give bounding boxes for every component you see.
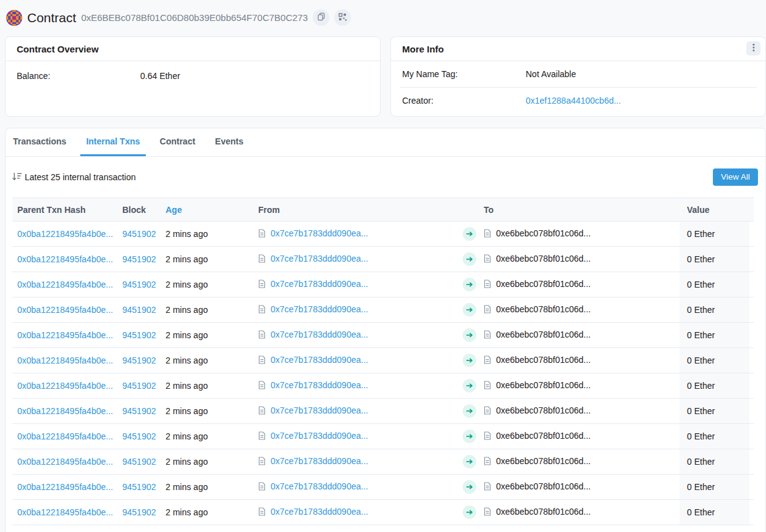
more-info-card: More Info My Name Tag: Not Available Cre… [390, 36, 766, 117]
arrow-right-icon [463, 278, 476, 291]
creator-address-link[interactable]: 0x1ef1288a44100cb6d... [526, 96, 621, 106]
parent-txn-hash-link[interactable]: 0x0ba12218495fa4b0e... [17, 457, 113, 467]
age-value: 2 mins ago [166, 330, 208, 340]
from-address-link[interactable]: 0x7ce7b1783ddd090ea... [271, 481, 368, 491]
from-address-link[interactable]: 0x7ce7b1783ddd090ea... [271, 380, 368, 390]
tab-internal-txns[interactable]: Internal Txns [80, 136, 145, 156]
block-link[interactable]: 9451902 [122, 280, 156, 289]
parent-txn-hash-link[interactable]: 0x0ba12218495fa4b0e... [17, 330, 113, 340]
parent-txn-hash-link[interactable]: 0x0ba12218495fa4b0e... [17, 482, 113, 492]
to-address: 0xe6bebc078bf01c06d... [496, 355, 591, 365]
document-icon [484, 407, 494, 417]
transactions-card: Transactions Internal Txns Contract Even… [5, 128, 766, 532]
value-amount: 0 Ether [687, 431, 715, 441]
grid-button[interactable] [334, 9, 351, 26]
to-address: 0xe6bebc078bf01c06d... [496, 279, 591, 289]
to-address: 0xe6bebc078bf01c06d... [496, 507, 591, 517]
block-link[interactable]: 9451902 [122, 355, 156, 365]
table-row: 0x0ba12218495fa4b0e... 9451902 2 mins ag… [12, 323, 754, 348]
copy-icon [317, 12, 326, 23]
tab-events[interactable]: Events [209, 136, 249, 156]
parent-txn-hash-link[interactable]: 0x0ba12218495fa4b0e... [17, 406, 113, 416]
column-header-age-sort[interactable]: Age [166, 198, 258, 222]
block-link[interactable]: 9451902 [122, 330, 156, 340]
more-info-card-header: More Info [391, 37, 765, 61]
value-amount: 0 Ether [687, 305, 715, 315]
to-address: 0xe6bebc078bf01c06d... [496, 228, 591, 238]
parent-txn-hash-link[interactable]: 0x0ba12218495fa4b0e... [17, 229, 113, 239]
document-icon [258, 483, 268, 493]
table-row: 0x0ba12218495fa4b0e... 9451902 2 mins ag… [12, 424, 754, 449]
document-icon [484, 356, 494, 366]
kebab-icon [752, 43, 755, 54]
copy-address-button[interactable] [313, 9, 329, 26]
block-link[interactable]: 9451902 [122, 229, 156, 239]
document-icon [258, 407, 268, 417]
document-icon [258, 356, 268, 366]
block-link[interactable]: 9451902 [122, 431, 156, 441]
from-address-link[interactable]: 0x7ce7b1783ddd090ea... [271, 355, 368, 365]
more-info-title: More Info [402, 44, 444, 54]
from-address-link[interactable]: 0x7ce7b1783ddd090ea... [271, 456, 368, 466]
document-icon [484, 331, 494, 341]
column-header-direction [460, 198, 479, 222]
table-row: 0x0ba12218495fa4b0e... 9451902 2 mins ag… [12, 500, 754, 525]
value-amount: 0 Ether [687, 457, 715, 467]
block-link[interactable]: 9451902 [122, 457, 156, 467]
parent-txn-hash-link[interactable]: 0x0ba12218495fa4b0e... [17, 254, 113, 264]
age-value: 2 mins ago [166, 431, 208, 441]
parent-txn-hash-link[interactable]: 0x0ba12218495fa4b0e... [17, 507, 113, 517]
parent-txn-hash-link[interactable]: 0x0ba12218495fa4b0e... [17, 381, 113, 391]
value-amount: 0 Ether [687, 381, 715, 391]
to-address: 0xe6bebc078bf01c06d... [496, 380, 591, 390]
column-header-value: Value [680, 198, 749, 222]
from-address-link[interactable]: 0x7ce7b1783ddd090ea... [271, 431, 368, 441]
to-address: 0xe6bebc078bf01c06d... [496, 405, 591, 415]
from-address-link[interactable]: 0x7ce7b1783ddd090ea... [271, 254, 368, 264]
to-address: 0xe6bebc078bf01c06d... [496, 456, 591, 466]
parent-txn-hash-link[interactable]: 0x0ba12218495fa4b0e... [17, 431, 113, 441]
from-address-link[interactable]: 0x7ce7b1783ddd090ea... [271, 279, 368, 289]
from-address-link[interactable]: 0x7ce7b1783ddd090ea... [271, 330, 368, 339]
tab-transactions[interactable]: Transactions [7, 136, 72, 156]
page-title: Contract [27, 10, 76, 25]
parent-txn-hash-link[interactable]: 0x0ba12218495fa4b0e... [17, 305, 113, 315]
document-icon [484, 230, 494, 239]
value-amount: 0 Ether [687, 482, 715, 492]
balance-value: 0.64 Ether [140, 71, 180, 81]
document-icon [258, 508, 268, 518]
more-options-button[interactable] [746, 41, 760, 56]
table-row: 0x0ba12218495fa4b0e... 9451902 2 mins ag… [12, 399, 754, 424]
block-link[interactable]: 9451902 [122, 507, 156, 517]
contract-overview-card-header: Contract Overview [6, 37, 380, 61]
view-all-button[interactable]: View All [713, 168, 758, 186]
block-link[interactable]: 9451902 [122, 406, 156, 416]
document-icon [258, 255, 268, 265]
table-toolbar: Latest 25 internal transaction View All [6, 157, 765, 197]
from-address-link[interactable]: 0x7ce7b1783ddd090ea... [271, 405, 368, 415]
balance-row: Balance: 0.64 Ether [17, 71, 369, 81]
parent-txn-hash-link[interactable]: 0x0ba12218495fa4b0e... [17, 280, 113, 289]
age-value: 2 mins ago [166, 457, 208, 467]
parent-txn-hash-link[interactable]: 0x0ba12218495fa4b0e... [17, 355, 113, 365]
block-link[interactable]: 9451902 [122, 381, 156, 391]
from-address-link[interactable]: 0x7ce7b1783ddd090ea... [271, 507, 368, 517]
block-link[interactable]: 9451902 [122, 305, 156, 315]
tab-contract[interactable]: Contract [154, 136, 201, 156]
table-body: 0x0ba12218495fa4b0e... 9451902 2 mins ag… [12, 222, 754, 525]
contract-overview-title: Contract Overview [17, 44, 99, 54]
column-header-spacer [749, 198, 754, 222]
block-link[interactable]: 9451902 [122, 254, 156, 264]
document-icon [484, 432, 494, 442]
table-row: 0x0ba12218495fa4b0e... 9451902 2 mins ag… [12, 247, 754, 272]
from-address-link[interactable]: 0x7ce7b1783ddd090ea... [271, 304, 368, 314]
internal-transactions-table: Parent Txn Hash Block Age From To Value … [12, 197, 754, 525]
table-row: 0x0ba12218495fa4b0e... 9451902 2 mins ag… [12, 297, 754, 323]
to-address: 0xe6bebc078bf01c06d... [496, 431, 591, 441]
value-amount: 0 Ether [687, 406, 715, 416]
block-link[interactable]: 9451902 [122, 482, 156, 492]
arrow-right-icon [463, 303, 476, 317]
value-amount: 0 Ether [687, 355, 715, 365]
age-value: 2 mins ago [166, 406, 208, 416]
from-address-link[interactable]: 0x7ce7b1783ddd090ea... [271, 228, 368, 238]
